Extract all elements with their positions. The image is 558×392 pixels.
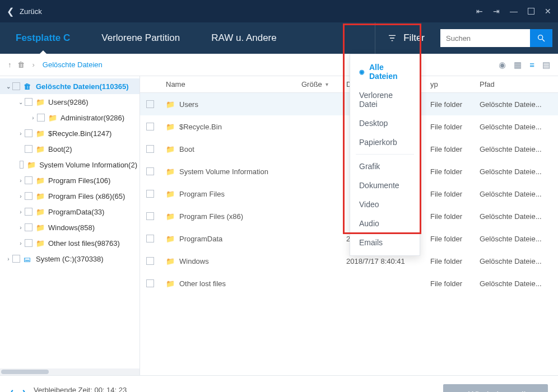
filter-item[interactable]: Papierkorb — [350, 133, 420, 152]
tree-item[interactable]: ›📁Windows(858) — [0, 220, 140, 235]
main: ⌄🗑Gelöschte Dateien(110365)⌄📁Users(9286)… — [0, 76, 558, 375]
filter-item[interactable]: Desktop — [350, 114, 420, 133]
checkbox[interactable] — [25, 145, 32, 153]
tab-lost-partition[interactable]: Verlorene Partition — [86, 22, 196, 54]
tree-item[interactable]: ›🖴System (C:)(370338) — [0, 251, 140, 267]
caret-icon[interactable]: › — [17, 193, 25, 199]
caret-icon[interactable]: › — [17, 178, 25, 184]
checkbox[interactable] — [25, 129, 32, 137]
folder-icon: 📁 — [36, 208, 45, 216]
checkbox[interactable] — [146, 167, 154, 175]
filter-button[interactable]: Filter — [375, 22, 440, 54]
tree-item[interactable]: 📁System Volume Information(2) — [0, 157, 140, 172]
list-view-icon[interactable]: ≡ — [529, 60, 534, 69]
export-icon[interactable]: ⇥ — [493, 7, 500, 16]
up-icon[interactable]: ↑ — [8, 60, 12, 69]
checkbox[interactable] — [12, 82, 20, 90]
col-size[interactable]: Größe▾ — [296, 80, 341, 88]
detail-view-icon[interactable]: ▤ — [542, 60, 550, 70]
caret-icon[interactable]: ⌄ — [4, 83, 12, 90]
checkbox[interactable] — [25, 192, 32, 200]
sidebar-scrollbar[interactable] — [0, 368, 140, 375]
caret-icon[interactable]: › — [29, 115, 37, 121]
table-row[interactable]: 📁Other lost filesFile folderGelöschte Da… — [140, 272, 558, 295]
checkbox[interactable] — [12, 255, 20, 263]
file-type: File folder — [425, 235, 474, 243]
checkbox[interactable] — [20, 161, 24, 169]
col-path[interactable]: Pfad — [474, 80, 558, 88]
folder-icon: 📁 — [166, 257, 175, 265]
filter-item[interactable]: Verlorene Datei — [350, 86, 420, 114]
minimize-button[interactable]: — — [510, 7, 518, 16]
checkbox[interactable] — [25, 176, 32, 184]
col-type[interactable]: yp — [425, 80, 474, 88]
col-name[interactable]: Name — [160, 80, 296, 88]
tree-item[interactable]: ›📁Other lost files(98763) — [0, 235, 140, 251]
table-row[interactable]: 📁BootFile folderGelöschte Dateie... — [140, 138, 558, 160]
filter-item[interactable]: Dokumente — [350, 176, 420, 195]
maximize-button[interactable] — [528, 8, 534, 15]
checkbox[interactable] — [146, 212, 154, 220]
table-row[interactable]: 📁UsersFile folderGelöschte Dateie... — [140, 93, 558, 115]
folder-tree: ⌄🗑Gelöschte Dateien(110365)⌄📁Users(9286)… — [0, 76, 140, 368]
import-icon[interactable]: ⇤ — [476, 7, 483, 16]
preview-icon[interactable]: ◉ — [499, 60, 506, 70]
file-name: Users — [179, 100, 198, 109]
file-type: File folder — [425, 257, 474, 265]
table-row[interactable]: 📁Program FilesFile folderGelöschte Datei… — [140, 183, 558, 205]
tree-item[interactable]: ⌄📁Users(9286) — [0, 94, 140, 110]
checkbox[interactable] — [37, 114, 45, 122]
checkbox[interactable] — [25, 223, 32, 231]
search-button[interactable] — [530, 29, 552, 47]
grid-view-icon[interactable]: ▦ — [514, 60, 522, 70]
tree-item[interactable]: ›📁Program Files(106) — [0, 172, 140, 188]
tree-item[interactable]: ›📁Administrator(9286) — [0, 110, 140, 125]
tree-label: System (C:)(370338) — [36, 255, 104, 263]
caret-icon[interactable]: › — [17, 225, 25, 231]
table-row[interactable]: 📁Windows2018/7/17 8:40:41File folderGelö… — [140, 250, 558, 272]
filter-item[interactable]: Audio — [350, 214, 420, 233]
trash-icon[interactable]: 🗑 — [17, 60, 25, 69]
breadcrumb[interactable]: Gelöschte Dateien — [43, 60, 103, 69]
tab-disk-c[interactable]: Festplatte C — [0, 22, 86, 54]
caret-icon[interactable]: › — [17, 240, 25, 246]
search-input[interactable] — [440, 29, 530, 47]
folder-icon: 📁 — [166, 190, 175, 198]
checkbox[interactable] — [146, 100, 154, 108]
caret-icon[interactable]: › — [17, 130, 25, 137]
checkbox[interactable] — [25, 239, 32, 247]
file-path: Gelöschte Dateie... — [474, 235, 558, 243]
checkbox[interactable] — [146, 257, 154, 265]
tree-item[interactable]: 📁Boot(2) — [0, 141, 140, 157]
tree-item[interactable]: ›📁$Recycle.Bin(1247) — [0, 125, 140, 141]
table-row[interactable]: 📁$Recycle.BinFile folderGelöschte Dateie… — [140, 115, 558, 138]
file-name: $Recycle.Bin — [179, 123, 222, 131]
checkbox[interactable] — [146, 123, 154, 130]
filter-item[interactable]: Emails — [350, 233, 420, 252]
checkbox[interactable] — [146, 235, 154, 242]
checkbox[interactable] — [25, 98, 32, 106]
file-type: File folder — [425, 100, 474, 109]
checkbox[interactable] — [25, 208, 32, 216]
tree-item[interactable]: ›📁Program Files (x86)(65) — [0, 188, 140, 204]
tree-item[interactable]: ⌄🗑Gelöschte Dateien(110365) — [0, 78, 140, 94]
checkbox[interactable] — [146, 279, 154, 287]
table-row[interactable]: 📁Program Files (x86)File folderGelöschte… — [140, 205, 558, 227]
file-type: File folder — [425, 212, 474, 221]
caret-icon[interactable]: ⌄ — [17, 99, 25, 105]
folder-icon: 📁 — [36, 239, 45, 248]
checkbox[interactable] — [146, 145, 154, 153]
recover-button[interactable]: ↻ Wiederherstellen — [443, 384, 548, 393]
back-button[interactable]: ❮ Zurück — [7, 6, 42, 17]
table-row[interactable]: 📁System Volume InformationFile folderGel… — [140, 160, 558, 183]
checkbox[interactable] — [146, 190, 154, 198]
filter-item[interactable]: Grafik — [350, 157, 420, 176]
caret-icon[interactable]: › — [17, 209, 25, 215]
table-row[interactable]: 📁ProgramData2018/7/23 8:53:06File folder… — [140, 227, 558, 250]
caret-icon[interactable]: › — [4, 256, 12, 262]
filter-item[interactable]: Video — [350, 195, 420, 214]
tree-item[interactable]: ›📁ProgramData(33) — [0, 204, 140, 220]
close-button[interactable]: ✕ — [545, 7, 551, 16]
filter-item-all[interactable]: Alle Dateien — [350, 58, 420, 86]
tab-raw-other[interactable]: RAW u. Andere — [196, 22, 292, 54]
